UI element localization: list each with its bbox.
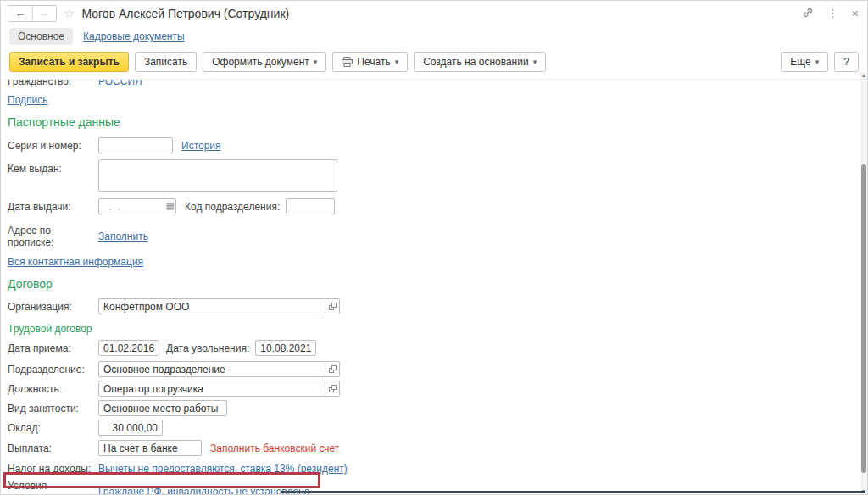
dept-code-input[interactable]	[286, 198, 335, 214]
passport-serial-row: Серия и номер: История	[8, 137, 867, 153]
create-document-button[interactable]: Оформить документ ▾	[203, 52, 326, 72]
salary-row: Оклад:	[8, 420, 867, 436]
contract-section-header: Договор	[8, 277, 53, 291]
history-link[interactable]: История	[181, 140, 221, 152]
position-chooser-button[interactable]	[326, 381, 340, 397]
issued-by-label: Кем выдан:	[8, 159, 98, 175]
chevron-down-icon: ▾	[815, 58, 820, 66]
chevron-down-icon: ▾	[314, 58, 318, 66]
signature-link[interactable]: Подпись	[8, 94, 48, 106]
position-field	[98, 381, 340, 397]
insurance-label: Условия страхования:	[8, 480, 98, 495]
printer-icon	[342, 57, 353, 67]
back-icon: ←	[15, 7, 26, 19]
close-icon[interactable]: ×	[852, 8, 859, 19]
hire-date-label: Дата приема:	[8, 342, 98, 354]
save-button[interactable]: Записать	[135, 52, 197, 72]
print-button[interactable]: Печать ▾	[332, 52, 408, 72]
subdivision-chooser-button[interactable]	[326, 361, 340, 377]
income-tax-label: Налог на доходы:	[8, 463, 98, 475]
serial-input[interactable]	[98, 137, 173, 153]
income-tax-link[interactable]: Вычеты не предоставляются, ставка 13% (р…	[98, 463, 348, 475]
all-contact-info-link[interactable]: Вся контактная информация	[8, 256, 143, 268]
position-input[interactable]	[98, 381, 326, 397]
labor-contract-link[interactable]: Трудовой договор	[8, 323, 92, 335]
passport-section-header: Паспортные данные	[8, 115, 120, 129]
citizenship-link[interactable]: РОССИЯ	[98, 80, 142, 87]
chooser-icon	[331, 365, 337, 370]
subdivision-row: Подразделение:	[8, 361, 867, 377]
organization-label: Организация:	[8, 301, 98, 313]
titlebar: ← → ☆ Могов Алексей Петрович (Сотрудник)…	[1, 1, 867, 26]
contacts-row: Вся контактная информация	[8, 256, 867, 268]
scroll-up-icon[interactable]: ▲	[860, 72, 867, 79]
kebab-menu-icon[interactable]: ⋮	[827, 8, 838, 19]
employment-type-label: Вид занятости:	[8, 403, 98, 414]
create-based-on-button[interactable]: Создать на основании ▾	[414, 52, 546, 72]
fire-date-input[interactable]	[255, 340, 316, 356]
subdivision-label: Подразделение:	[8, 364, 98, 375]
citizenship-label: Гражданство:	[8, 80, 98, 87]
address-label: Адрес по прописке:	[8, 225, 98, 248]
subdivision-input[interactable]	[98, 361, 326, 377]
organization-field	[98, 298, 340, 314]
income-tax-row: Налог на доходы: Вычеты не предоставляют…	[8, 463, 867, 475]
tab-main[interactable]: Основное	[9, 28, 73, 45]
more-label: Еще	[790, 56, 810, 68]
forward-icon: →	[39, 7, 50, 19]
employee-card-window: ← → ☆ Могов Алексей Петрович (Сотрудник)…	[0, 0, 868, 495]
employment-type-row: Вид занятости:	[8, 400, 867, 416]
back-button[interactable]: ←	[8, 6, 32, 21]
chooser-icon	[331, 303, 337, 308]
salary-input[interactable]	[98, 420, 163, 436]
get-link-icon[interactable]	[802, 7, 814, 20]
issued-by-row: Кем выдан:	[8, 159, 867, 192]
tab-bar: Основное Кадровые документы	[1, 26, 867, 47]
calendar-icon[interactable]: ▦	[166, 200, 175, 211]
window-bottom-edge	[281, 491, 865, 493]
address-row: Адрес по прописке: Заполнить	[8, 225, 867, 248]
citizenship-row: Гражданство: РОССИЯ	[8, 80, 867, 87]
page-title: Могов Алексей Петрович (Сотрудник)	[81, 7, 289, 20]
position-row: Должность:	[8, 381, 867, 397]
insurance-link[interactable]: Граждане РФ, инвалидность не установлена	[98, 486, 309, 495]
position-label: Должность:	[8, 383, 98, 395]
passport-section-header-row: Паспортные данные	[8, 115, 867, 129]
issue-date-input[interactable]	[98, 198, 176, 214]
address-fill-link[interactable]: Заполнить	[98, 231, 148, 242]
issued-by-textarea[interactable]	[98, 159, 337, 192]
forward-button[interactable]: →	[32, 6, 56, 21]
hire-date-row: Дата приема: Дата увольнения:	[8, 340, 867, 356]
hire-date-input[interactable]	[98, 340, 159, 356]
favorite-star-icon[interactable]: ☆	[64, 6, 75, 21]
toolbar: Записать и закрыть Записать Оформить док…	[1, 47, 867, 80]
save-and-close-button[interactable]: Записать и закрыть	[9, 52, 129, 72]
scrollbar-thumb[interactable]	[861, 164, 866, 473]
issue-date-row: Дата выдачи: ▦ Код подразделения:	[8, 198, 867, 214]
more-button[interactable]: Еще ▾	[781, 52, 828, 72]
titlebar-actions: ⋮ ×	[802, 7, 859, 20]
print-label: Печать	[357, 56, 390, 68]
link-icon	[802, 7, 814, 19]
organization-input[interactable]	[98, 298, 326, 314]
payment-row: Выплата: Заполнить банковский счет	[8, 440, 867, 456]
payment-input[interactable]	[98, 440, 202, 456]
chevron-down-icon: ▾	[395, 58, 399, 66]
salary-label: Оклад:	[8, 422, 98, 434]
help-button[interactable]: ?	[834, 52, 859, 72]
payment-label: Выплата:	[8, 442, 98, 454]
signature-row: Подпись	[8, 94, 867, 106]
issue-date-label: Дата выдачи:	[8, 201, 98, 213]
subdivision-field	[98, 361, 340, 377]
contract-section-header-row: Договор	[8, 277, 867, 291]
labor-contract-row: Трудовой договор	[8, 323, 867, 335]
organization-chooser-button[interactable]	[326, 298, 340, 314]
tab-personnel-documents[interactable]: Кадровые документы	[83, 31, 185, 42]
chevron-down-icon: ▾	[533, 58, 537, 66]
employment-type-input[interactable]	[98, 400, 227, 416]
issue-date-field: ▦	[98, 198, 176, 214]
vertical-scrollbar[interactable]: ▲ ▼	[860, 72, 867, 495]
chooser-icon	[331, 385, 337, 390]
nav-button-group: ← →	[8, 5, 57, 22]
fill-bank-account-link[interactable]: Заполнить банковский счет	[210, 442, 339, 454]
